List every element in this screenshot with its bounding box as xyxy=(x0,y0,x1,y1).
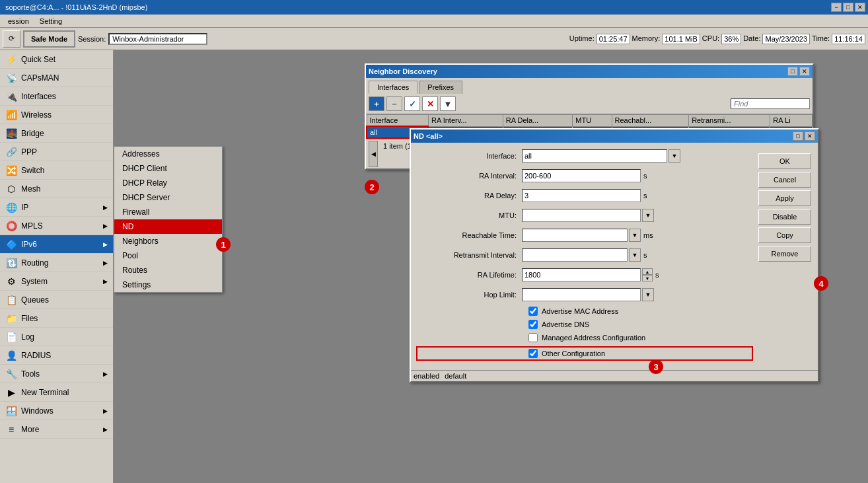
refresh-button[interactable]: ⟳ xyxy=(3,30,20,48)
hop-limit-dropdown-arrow[interactable]: ▼ xyxy=(642,288,654,301)
mtu-input[interactable] xyxy=(522,209,641,222)
sidebar-item-wireless[interactable]: 📶 Wireless xyxy=(0,106,113,124)
ra-lifetime-down[interactable]: ▼ xyxy=(642,275,653,281)
ok-button[interactable]: OK xyxy=(758,153,811,169)
sidebar-item-capsman[interactable]: 📡 CAPsMAN xyxy=(0,69,113,87)
firewall-label: Firewall xyxy=(122,207,149,217)
interface-dropdown-arrow[interactable]: ▼ xyxy=(669,149,680,163)
nd-close-button[interactable]: ✕ xyxy=(799,67,810,76)
retransmit-dropdown-arrow[interactable]: ▼ xyxy=(629,248,641,262)
mtu-dropdown-arrow[interactable]: ▼ xyxy=(642,209,654,222)
ra-lifetime-spinbox: ▲ ▼ xyxy=(642,268,653,281)
ra-delay-label: RA Delay: xyxy=(416,192,522,200)
copy-button[interactable]: Copy xyxy=(758,227,811,243)
hop-limit-input[interactable] xyxy=(522,288,641,301)
managed-address-checkbox[interactable] xyxy=(528,333,538,342)
nd-filter-button[interactable]: ▼ xyxy=(440,96,456,111)
nd-find-input[interactable] xyxy=(731,98,810,109)
other-config-checkbox[interactable] xyxy=(528,349,538,358)
nd-add-button[interactable]: + xyxy=(369,96,384,111)
sidebar-label-bridge: Bridge xyxy=(21,129,44,138)
nd-window-title: Neighbor Discovery xyxy=(369,67,437,75)
submenu-nd[interactable]: ND xyxy=(114,219,222,234)
scroll-left-button[interactable]: ◀ xyxy=(369,141,378,167)
submenu-routes[interactable]: Routes xyxy=(114,263,222,278)
submenu-pool[interactable]: Pool xyxy=(114,248,222,263)
nd-check-button[interactable]: ✓ xyxy=(404,96,420,111)
sidebar-item-routing[interactable]: 🔃 Routing ▶ xyxy=(0,254,113,272)
submenu-dhcp-client[interactable]: DHCP Client xyxy=(114,161,222,176)
settings-label: Settings xyxy=(122,280,151,289)
nd-detail-minimize[interactable]: □ xyxy=(793,131,803,141)
disable-button[interactable]: Disable xyxy=(758,209,811,225)
sidebar-item-quick-set[interactable]: ⚡ Quick Set xyxy=(0,50,113,69)
more-arrow-icon: ▶ xyxy=(103,426,108,433)
sidebar-item-bridge[interactable]: 🌉 Bridge xyxy=(0,124,113,143)
submenu-firewall[interactable]: Firewall xyxy=(114,205,222,219)
tab-interfaces[interactable]: Interfaces xyxy=(369,81,417,94)
sidebar-item-ip[interactable]: 🌐 IP ▶ xyxy=(0,198,113,217)
sidebar-item-queues[interactable]: 📋 Queues xyxy=(0,291,113,309)
sidebar-item-interfaces[interactable]: 🔌 Interfaces xyxy=(0,87,113,106)
ra-lifetime-up[interactable]: ▲ xyxy=(642,268,653,275)
ra-delay-input[interactable] xyxy=(522,189,641,202)
sidebar-label-quick-set: Quick Set xyxy=(21,55,55,64)
sidebar-item-new-terminal[interactable]: ▶ New Terminal xyxy=(0,383,113,402)
nd-detail-title: ND <all> xyxy=(414,132,443,140)
sidebar-item-tools[interactable]: 🔧 Tools ▶ xyxy=(0,365,113,383)
session-input[interactable] xyxy=(108,33,207,45)
nd-remove-button[interactable]: − xyxy=(386,96,402,111)
menu-session[interactable]: ession xyxy=(3,16,34,26)
close-button[interactable]: ✕ xyxy=(855,3,865,12)
cancel-button[interactable]: Cancel xyxy=(758,172,811,188)
sidebar-item-mesh[interactable]: ⬡ Mesh xyxy=(0,180,113,198)
maximize-button[interactable]: □ xyxy=(843,3,853,12)
submenu-dhcp-relay[interactable]: DHCP Relay xyxy=(114,176,222,190)
interface-dropdown[interactable]: all xyxy=(522,149,667,163)
remove-button[interactable]: Remove xyxy=(758,246,811,262)
sidebar-item-more[interactable]: ≡ More ▶ xyxy=(0,420,113,439)
ip-icon: 🌐 xyxy=(5,202,17,213)
minimize-button[interactable]: − xyxy=(831,3,842,12)
ra-interval-input[interactable] xyxy=(522,169,641,182)
nd-detail-close[interactable]: ✕ xyxy=(805,131,815,141)
sidebar-item-ipv6[interactable]: 🔷 IPv6 ▶ xyxy=(0,235,113,254)
nd-detail-window: ND <all> □ ✕ Interface: all ▼ xyxy=(410,128,819,383)
reachable-input[interactable] xyxy=(522,229,628,242)
advertise-dns-label: Advertise DNS xyxy=(542,320,589,328)
advertise-dns-checkbox[interactable] xyxy=(528,320,538,329)
reachable-dropdown-arrow[interactable]: ▼ xyxy=(629,229,641,242)
form-row-hop-limit: Hop Limit: ▼ xyxy=(416,287,753,303)
sidebar-label-more: More xyxy=(21,425,39,434)
nd-minimize-button[interactable]: □ xyxy=(787,67,798,76)
sidebar: ⚡ Quick Set 📡 CAPsMAN 🔌 Interfaces 📶 Wir… xyxy=(0,50,114,483)
menu-setting[interactable]: Setting xyxy=(34,16,67,26)
apply-button[interactable]: Apply xyxy=(758,190,811,206)
memory-value: 101.1 MiB xyxy=(662,34,700,44)
sidebar-item-mpls[interactable]: ⭕ MPLS ▶ xyxy=(0,217,113,235)
sidebar-label-queues: Queues xyxy=(21,295,49,305)
submenu-settings[interactable]: Settings xyxy=(114,278,222,292)
nd-window-titlebar: Neighbor Discovery □ ✕ xyxy=(366,65,813,78)
cpu-label: CPU: xyxy=(700,34,721,44)
nd-toolbar: + − ✓ ✕ ▼ xyxy=(366,94,813,114)
safe-mode-button[interactable]: Safe Mode xyxy=(23,30,75,48)
ra-lifetime-input[interactable] xyxy=(522,268,641,281)
addresses-label: Addresses xyxy=(122,149,160,159)
nd-cross-button[interactable]: ✕ xyxy=(422,96,438,111)
submenu-addresses[interactable]: Addresses xyxy=(114,147,222,161)
tab-prefixes[interactable]: Prefixes xyxy=(419,81,462,94)
sidebar-item-log[interactable]: 📄 Log xyxy=(0,328,113,346)
sidebar-item-files[interactable]: 📁 Files xyxy=(0,309,113,328)
submenu-dhcp-server[interactable]: DHCP Server xyxy=(114,190,222,205)
sidebar-item-ppp[interactable]: 🔗 PPP xyxy=(0,143,113,161)
hop-limit-label: Hop Limit: xyxy=(416,291,522,299)
sidebar-item-system[interactable]: ⚙ System ▶ xyxy=(0,272,113,291)
sidebar-item-windows[interactable]: 🪟 Windows ▶ xyxy=(0,402,113,420)
advertise-mac-checkbox[interactable] xyxy=(528,307,538,316)
retransmit-input[interactable] xyxy=(522,248,628,262)
sidebar-item-radius[interactable]: 👤 RADIUS xyxy=(0,346,113,365)
checkbox-row-other-config: Other Configuration xyxy=(416,346,753,361)
sidebar-item-switch[interactable]: 🔀 Switch xyxy=(0,161,113,180)
submenu-neighbors[interactable]: Neighbors xyxy=(114,234,222,248)
